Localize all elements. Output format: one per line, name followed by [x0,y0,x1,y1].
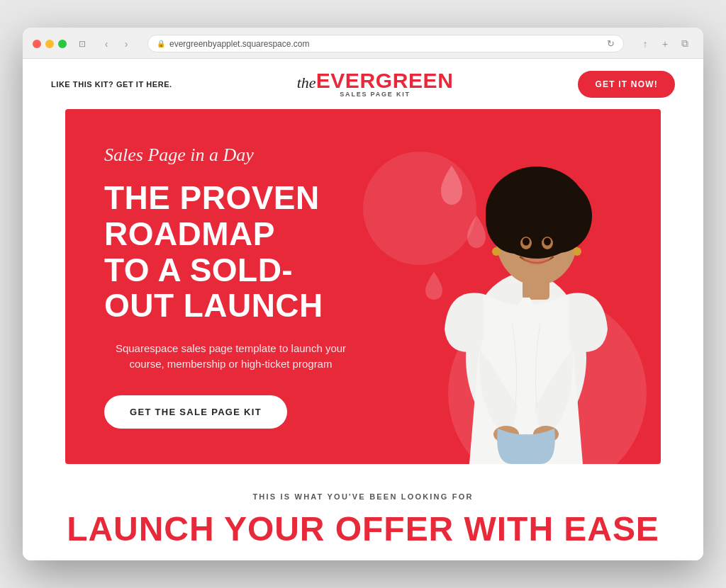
hero-subtext: Squarespace sales page template to launc… [104,341,357,373]
hero-headline: THE PROVEN ROADMAP TO A SOLD-OUT LAUNCH [104,180,357,323]
hero-content: Sales Page in a Day THE PROVEN ROADMAP T… [65,109,393,463]
reload-icon[interactable]: ↻ [607,38,615,49]
browser-nav: ‹ › [98,35,135,52]
multi-window-icon[interactable]: ⧉ [676,35,693,52]
lock-icon: 🔒 [157,40,165,47]
url-text: evergreenbyapplet.squarespace.com [169,39,309,49]
person-svg [413,152,640,464]
hero-section: Sales Page in a Day THE PROVEN ROADMAP T… [65,109,661,463]
header-cta-button[interactable]: GET IT NOW! [578,71,675,98]
page-content: LIKE THIS KIT? GET IT HERE. theEVERGREEN… [23,59,703,560]
browser-window: ⊡ ‹ › 🔒 evergreenbyapplet.squarespace.co… [23,28,703,560]
svg-point-5 [494,169,579,232]
site-logo: theEVERGREEN SALES PAGE KIT [297,70,454,98]
logo-subtitle: SALES PAGE KIT [297,91,454,98]
section-eyebrow: THIS IS WHAT YOU'VE BEEN LOOKING FOR [51,492,675,501]
logo-the: the [297,74,316,91]
close-button[interactable] [33,40,41,48]
share-icon[interactable]: ↑ [637,35,654,52]
window-icon: ⊡ [74,35,91,52]
logo-evergreen: EVERGREEN [316,69,454,92]
below-hero-section: THIS IS WHAT YOU'VE BEEN LOOKING FOR LAU… [23,464,703,560]
hero-tagline: Sales Page in a Day [104,145,357,166]
svg-rect-12 [523,278,549,300]
person-figure [413,152,640,464]
svg-point-9 [544,237,551,245]
svg-point-8 [523,237,530,245]
browser-actions: ↑ + ⧉ [637,35,693,52]
minimize-button[interactable] [45,40,54,48]
maximize-button[interactable] [58,40,67,48]
back-button[interactable]: ‹ [98,35,115,52]
hero-cta-button[interactable]: GET THE SALE PAGE KIT [104,395,287,429]
header-left-text: LIKE THIS KIT? GET IT HERE. [51,80,172,89]
svg-point-11 [573,247,581,256]
forward-button[interactable]: › [118,35,135,52]
browser-chrome: ⊡ ‹ › 🔒 evergreenbyapplet.squarespace.co… [23,28,703,59]
address-bar[interactable]: 🔒 evergreenbyapplet.squarespace.com ↻ [147,35,624,52]
new-tab-icon[interactable]: + [657,35,674,52]
svg-point-10 [492,247,501,256]
site-header: LIKE THIS KIT? GET IT HERE. theEVERGREEN… [23,59,703,109]
section-headline: LAUNCH YOUR OFFER WITH EASE [51,512,675,546]
traffic-lights [33,40,67,48]
